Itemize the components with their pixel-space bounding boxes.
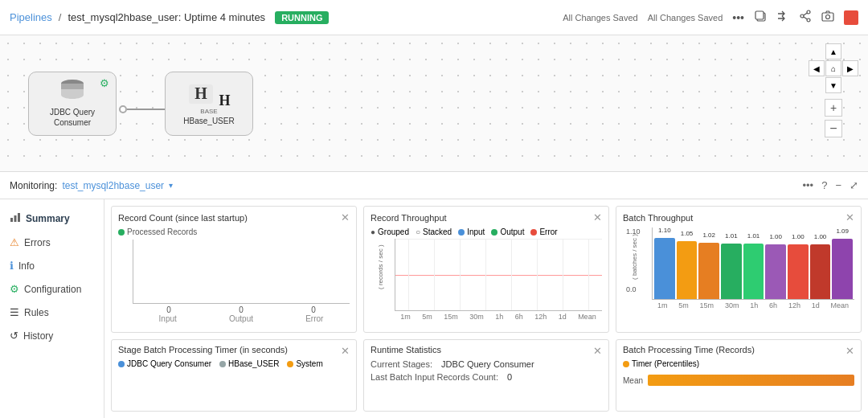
sidebar-item-configuration[interactable]: ⚙ Configuration: [0, 277, 104, 301]
monitoring-collapse-icon[interactable]: −: [835, 179, 841, 191]
batch-throughput-close[interactable]: ✕: [845, 211, 854, 223]
all-changes-saved-text: All Changes Saved: [648, 13, 723, 23]
svg-rect-7: [822, 13, 833, 21]
batch-bar-1d: 1.00: [810, 244, 831, 299]
record-throughput-card: Record Throughput ✕ ● Grouped ○ Stacked …: [363, 206, 609, 333]
hbase-icon: H H: [187, 83, 230, 109]
zoom-in-button[interactable]: +: [825, 99, 842, 117]
record-count-chart-area: 0 0 0 Input Output Error: [118, 240, 350, 323]
pan-left-button[interactable]: ◀: [809, 60, 825, 76]
grouped-legend: Grouped: [378, 227, 409, 236]
batch-bar-15m: 1.02: [698, 243, 719, 299]
batch-chart-wrapper: 1.10 0.0 1.101.051.021.011.011.001.001.0…: [652, 227, 854, 309]
running-badge: RUNNING: [275, 11, 329, 24]
jdbc-legend-dot: [118, 361, 125, 367]
record-count-zero-labels: 0 0 0: [133, 305, 350, 314]
top-bar: Pipelines / test_mysql2hbase_user: Uptim…: [0, 0, 868, 35]
runtime-stats-card: Runtime Statistics ✕ Current Stages: JDB…: [363, 339, 609, 412]
ellipsis-icon[interactable]: •••: [732, 11, 744, 24]
vertical-grid-lines: [395, 239, 602, 310]
runtime-stats-title: Runtime Statistics: [371, 345, 602, 354]
pan-controls: ▲ ◀ ⌂ ▶ ▼: [809, 43, 858, 93]
sidebar: Summary ⚠ Errors ℹ Info ⚙ Configuration …: [0, 199, 104, 418]
stage-batch-title: Stage Batch Processing Timer (in seconds…: [118, 345, 350, 354]
breadcrumb-pipelines[interactable]: Pipelines: [10, 11, 52, 23]
vline-5: [511, 239, 512, 310]
throughput-legend: ● Grouped ○ Stacked Input Output: [371, 227, 602, 236]
history-label: History: [23, 330, 53, 342]
hbase-legend-label: HBase_USER: [228, 359, 279, 368]
sidebar-item-summary[interactable]: Summary: [0, 206, 104, 231]
svg-point-4: [800, 14, 804, 18]
pan-up-button[interactable]: ▲: [825, 43, 841, 59]
sidebar-item-info[interactable]: ℹ Info: [0, 254, 104, 277]
record-throughput-close[interactable]: ✕: [593, 211, 602, 223]
pan-down-button[interactable]: ▼: [825, 77, 841, 93]
hbase-node-label: HBase_USER: [183, 117, 234, 125]
error-legend-label: Error: [539, 227, 557, 236]
hbase-user-node[interactable]: H H BASE HBase_USER: [165, 72, 253, 136]
summary-icon: [10, 211, 21, 225]
main-layout: Summary ⚠ Errors ℹ Info ⚙ Configuration …: [0, 199, 868, 418]
throughput-x-labels: 1m 5m 15m 30m 1h 6h 12h 1d Mean: [395, 313, 602, 321]
record-count-card: Record Count (since last startup) ✕ Proc…: [111, 206, 357, 333]
output-legend-label: Output: [500, 227, 524, 236]
rules-label: Rules: [24, 307, 49, 318]
info-icon: ℹ: [10, 260, 14, 272]
monitoring-help-icon[interactable]: ?: [821, 179, 827, 191]
input-legend-dot: [458, 229, 465, 236]
record-count-axis-labels: Input Output Error: [133, 314, 350, 323]
stop-button[interactable]: [844, 10, 858, 25]
record-count-title: Record Count (since last startup): [118, 213, 350, 223]
mean-label: Mean: [623, 376, 643, 385]
monitoring-ellipsis-icon[interactable]: •••: [803, 179, 814, 191]
svg-line-5: [804, 13, 807, 15]
record-count-close[interactable]: ✕: [341, 211, 350, 223]
content-area: Record Count (since last startup) ✕ Proc…: [104, 199, 868, 418]
sidebar-item-history[interactable]: ↺ History: [0, 324, 104, 347]
zoom-out-button[interactable]: −: [825, 120, 842, 137]
sidebar-item-rules[interactable]: ☰ Rules: [0, 301, 104, 324]
jdbc-icon: [59, 80, 85, 105]
record-count-legend: Processed Records: [118, 227, 350, 236]
monitoring-label: Monitoring:: [10, 180, 57, 191]
jdbc-query-consumer-node[interactable]: ⚙ JDBC QueryConsumer: [28, 72, 117, 136]
svg-rect-13: [14, 215, 17, 222]
pipeline-title: test_mysql2hbase_user: Uptime 4 minutes: [68, 11, 265, 23]
monitoring-pipeline-link[interactable]: test_mysql2hbase_user: [62, 180, 164, 191]
stacked-legend: Stacked: [423, 227, 452, 236]
summary-label: Summary: [26, 213, 70, 224]
pan-right-button[interactable]: ▶: [842, 60, 858, 76]
svg-text:H: H: [195, 84, 208, 102]
vline-6: [537, 239, 538, 310]
camera-icon[interactable]: [821, 10, 834, 25]
copy-icon[interactable]: [754, 10, 767, 25]
runtime-stats-close[interactable]: ✕: [593, 345, 602, 357]
svg-rect-14: [18, 213, 20, 222]
batch-processing-close[interactable]: ✕: [845, 345, 854, 357]
canvas-navigation: ▲ ◀ ⌂ ▶ ▼ + −: [809, 43, 858, 138]
batch-bar-12h: 1.00: [788, 244, 809, 299]
batch-x-labels: 1m5m15m30m1h6h12h1dMean: [652, 301, 854, 309]
shuffle-icon[interactable]: [776, 10, 789, 25]
jdbc-legend-label: JDBC Query Consumer: [127, 359, 211, 368]
batch-y-label: ( batches / sec ): [631, 257, 638, 280]
monitoring-caret-icon[interactable]: ▾: [169, 181, 173, 190]
monitoring-expand-icon[interactable]: ⤢: [850, 179, 858, 191]
batch-throughput-card: Batch Throughput ✕ ( batches / sec ) 1.1…: [616, 206, 862, 333]
pan-home-button[interactable]: ⌂: [825, 60, 841, 76]
batch-bar-30m: 1.01: [721, 244, 742, 299]
runtime-stats-last-batch: Last Batch Input Records Count: 0: [371, 372, 602, 382]
share-icon[interactable]: [799, 10, 812, 25]
sidebar-item-errors[interactable]: ⚠ Errors: [0, 231, 104, 254]
throughput-y-label: ( records / sec ): [377, 270, 384, 289]
last-batch-label: Last Batch Input Records Count:: [371, 372, 498, 382]
throughput-plot: 1.0 -1.0: [395, 239, 602, 311]
gear-icon: ⚙: [100, 77, 109, 89]
processed-records-legend-label: Processed Records: [127, 227, 197, 236]
vline-7: [563, 239, 563, 310]
output-legend-dot: [491, 229, 497, 236]
stage-batch-close[interactable]: ✕: [341, 345, 350, 357]
batch-processing-mean-row: Mean: [623, 375, 854, 386]
error-legend-dot: [530, 229, 537, 236]
